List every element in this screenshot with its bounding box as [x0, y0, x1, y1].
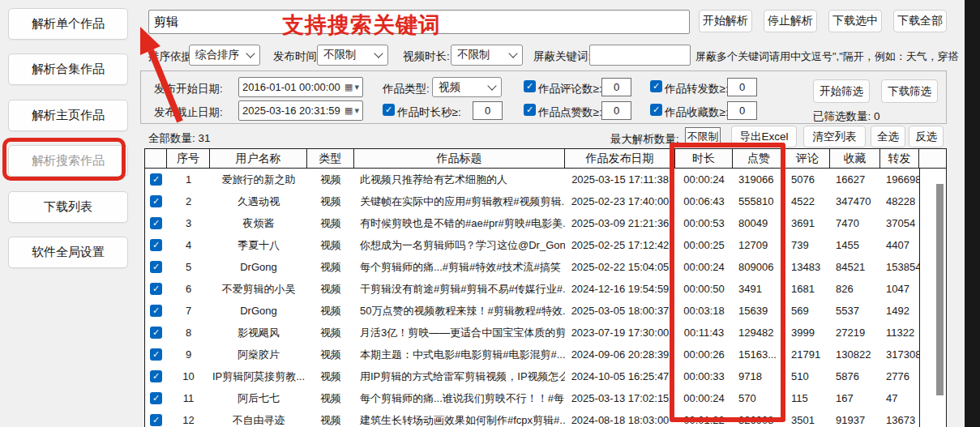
- block-keyword-input[interactable]: [589, 45, 691, 66]
- download-filter-button[interactable]: 下载筛选: [881, 79, 938, 103]
- duration-sec-checkbox[interactable]: ✓: [383, 104, 395, 116]
- share-count-checkbox[interactable]: ✓: [650, 80, 662, 92]
- table-row[interactable]: ✓7DrGong视频50万点赞的视频教程来辣！#剪辑教程#特效...2025-0…: [145, 300, 946, 322]
- publish-time-select[interactable]: 不限制: [317, 45, 388, 66]
- dropdown-arrow-icon[interactable]: ▾: [354, 82, 359, 92]
- table-row[interactable]: ✓6不爱剪辑的小吴视频干剪辑没有前途#剪辑#剪辑不易#传媒行业#...2024-…: [145, 278, 946, 300]
- row-checkbox[interactable]: ✓: [150, 414, 162, 426]
- column-header: 类型: [307, 149, 354, 168]
- table-cell: 7: [167, 300, 210, 322]
- table-cell: 3501: [785, 409, 830, 427]
- like-count-input[interactable]: 0: [601, 101, 631, 120]
- chevron-down-icon: [508, 49, 517, 58]
- row-checkbox[interactable]: ✓: [150, 283, 162, 295]
- dropdown-arrow-icon[interactable]: ▾: [354, 105, 359, 116]
- row-checkbox[interactable]: ✓: [150, 173, 162, 186]
- sidebar-item-6[interactable]: 软件全局设置: [8, 237, 128, 268]
- table-cell: 1: [167, 169, 210, 190]
- table-row[interactable]: ✓8影视飓风视频月活3亿！剪映——更适合中国宝宝体质的剪...2023-07-1…: [145, 322, 946, 344]
- row-checkbox[interactable]: ✓: [150, 239, 162, 251]
- filtered-count-value: 0: [874, 110, 880, 122]
- vertical-scrollbar[interactable]: [936, 184, 944, 395]
- start-parse-button[interactable]: 开始解析: [699, 10, 752, 32]
- row-checkbox[interactable]: ✓: [150, 348, 162, 361]
- stop-parse-button[interactable]: 停止解析: [764, 10, 817, 32]
- comment-count-checkbox[interactable]: ✓: [524, 80, 536, 92]
- video-duration-select[interactable]: 不限制: [451, 45, 523, 66]
- table-cell: 视频: [307, 190, 354, 212]
- like-count-checkbox[interactable]: ✓: [524, 104, 536, 116]
- table-cell: 1492: [880, 300, 919, 322]
- search-input[interactable]: [148, 10, 690, 34]
- publish-time-value: 不限制: [323, 48, 357, 62]
- sidebar-item-4[interactable]: 解析搜索作品: [8, 145, 128, 177]
- table-cell: 3491: [733, 278, 785, 300]
- row-checkbox[interactable]: ✓: [150, 327, 162, 339]
- table-cell: 21791: [785, 344, 830, 365]
- comment-count-input[interactable]: 0: [601, 78, 631, 96]
- end-date-input[interactable]: 2025-03-16 20:31:59 ▦▾: [238, 100, 363, 121]
- table-row[interactable]: ✓10IP剪辑阿莫接剪教...视频用IP剪辑的方式给雷军剪辑视频，IP视频怎么.…: [145, 365, 946, 387]
- clear-list-button[interactable]: 清空列表: [803, 126, 866, 147]
- column-header: 用户名称: [210, 149, 307, 168]
- table-row[interactable]: ✓1爱旅行的新之助视频此视频只推荐给有艺术细胞的人2025-03-15 17:1…: [145, 169, 946, 190]
- table-row[interactable]: ✓12不自由寻迹视频建筑生长转场动画效果如何制作#fcpx剪辑#...2024-…: [145, 409, 946, 427]
- sidebar-item-5[interactable]: 下载列表: [8, 191, 128, 223]
- table-row[interactable]: ✓3夜烦酱视频有时候剪映也是不错的#ae#pr#剪映#电影美...2025-03…: [145, 212, 946, 234]
- table-cell: 5876: [830, 365, 880, 387]
- download-selected-button[interactable]: 下载选中: [828, 10, 882, 32]
- table-row[interactable]: ✓2久遇动视视频关键帧在实际中的应用#剪辑教程#视频剪辑...2025-02-2…: [145, 190, 946, 212]
- sidebar-item-2[interactable]: 解析合集作品: [8, 53, 128, 85]
- invert-select-button[interactable]: 反选: [909, 126, 944, 147]
- table-cell: 00:03:18: [675, 300, 733, 322]
- table-cell: 00:00:24: [675, 169, 733, 190]
- row-checkbox-cell: ✓: [145, 322, 167, 344]
- table-cell: 关键帧在实际中的应用#剪辑教程#视频剪辑...: [354, 190, 565, 212]
- row-checkbox[interactable]: ✓: [150, 195, 162, 207]
- start-filter-button[interactable]: 开始筛选: [813, 79, 870, 103]
- row-checkbox[interactable]: ✓: [150, 392, 162, 404]
- block-keyword-label: 屏蔽关键词:: [533, 49, 591, 64]
- table-cell: 91937: [830, 409, 880, 427]
- duration-sec-input[interactable]: 0: [473, 101, 503, 120]
- table-row[interactable]: ✓5DrGong视频每个剪辑师的痛...#剪辑#特效#技术流#搞笑2025-02…: [145, 256, 946, 278]
- table-cell: 13483: [785, 256, 830, 278]
- sort-by-select[interactable]: 综合排序: [189, 45, 260, 66]
- start-date-input[interactable]: 2016-01-01 00:00:00 ▦▾: [238, 77, 363, 97]
- table-cell: 影视飓风: [210, 322, 307, 344]
- table-cell: 2024-10-05 16:25:47: [565, 365, 675, 387]
- table-cell: 167: [830, 387, 880, 409]
- calendar-icon[interactable]: ▦: [344, 82, 353, 92]
- sidebar-item-3[interactable]: 解析主页作品: [8, 100, 128, 131]
- share-count-label: 作品转发数≥:: [665, 82, 729, 96]
- max-parse-input[interactable]: 不限制: [685, 127, 721, 146]
- collect-count-input[interactable]: 0: [727, 101, 757, 120]
- table-cell: 317308: [880, 344, 919, 365]
- select-all-button[interactable]: 全选: [871, 126, 905, 147]
- column-header: 转发: [880, 149, 919, 168]
- table-cell: 555810: [733, 190, 785, 212]
- table-cell: 11322: [880, 322, 919, 344]
- row-checkbox[interactable]: ✓: [150, 217, 162, 229]
- table-cell: 用IP剪辑的方式给雷军剪辑视频，IP视频怎么...: [354, 365, 565, 387]
- table-cell: 2025-03-05 18:00:37: [565, 300, 675, 322]
- sidebar-item-1[interactable]: 解析单个作品: [8, 8, 128, 40]
- table-cell: 2023-07-19 17:30:00: [565, 322, 675, 344]
- table-cell: 319066: [733, 169, 785, 190]
- table-row[interactable]: ✓9阿燊胶片视频本期主题：中式电影#电影剪辑#电影混剪#...2024-09-0…: [145, 344, 946, 365]
- collect-count-checkbox[interactable]: ✓: [650, 104, 662, 116]
- table-cell: 久遇动视: [210, 190, 307, 212]
- row-checkbox[interactable]: ✓: [150, 370, 162, 382]
- download-all-button[interactable]: 下载全部: [893, 10, 947, 32]
- table-cell: 1455: [830, 234, 880, 256]
- calendar-icon[interactable]: ▦: [344, 105, 353, 116]
- table-row[interactable]: ✓11阿后七七视频每个剪辑师的痛...谁说我们剪映不行！！#每...2025-0…: [145, 387, 946, 409]
- row-checkbox[interactable]: ✓: [150, 305, 162, 317]
- table-cell: 干剪辑没有前途#剪辑#剪辑不易#传媒行业#...: [354, 278, 565, 300]
- row-checkbox[interactable]: ✓: [150, 261, 162, 273]
- work-type-select[interactable]: 视频: [432, 77, 502, 97]
- export-excel-button[interactable]: 导出Excel: [731, 126, 797, 147]
- table-cell: 739: [785, 234, 830, 256]
- table-row[interactable]: ✓4季夏十八视频你想成为一名剪辑师吗？学习这位@Dr_Gon...2025-02…: [145, 234, 946, 256]
- share-count-input[interactable]: 0: [727, 78, 757, 96]
